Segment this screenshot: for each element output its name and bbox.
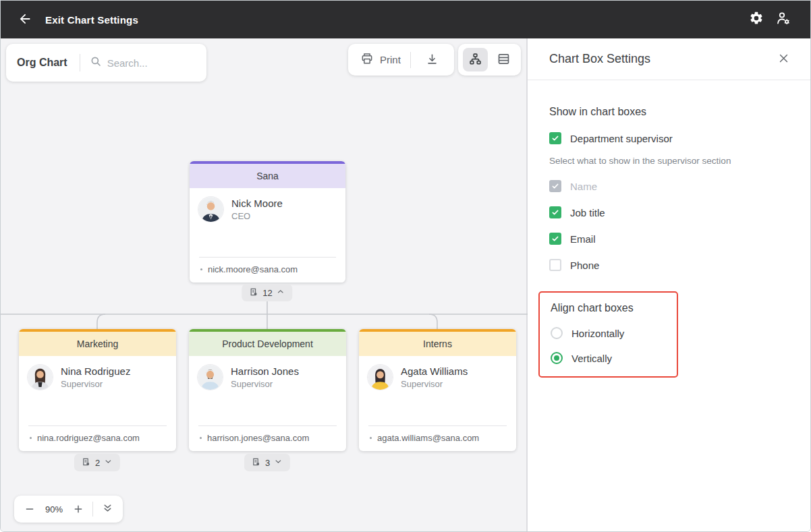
back-arrow-icon — [18, 11, 32, 28]
chevron-up-icon — [277, 287, 285, 298]
avatar — [198, 365, 223, 390]
org-card-product-development[interactable]: Product Development Harrison Jones Super… — [189, 329, 346, 451]
org-card-marketing[interactable]: Marketing Nina Rodriguez Supervisor — [19, 329, 176, 451]
radio-label: Vertically — [571, 353, 612, 364]
zoom-control: 90% — [14, 496, 123, 523]
checkbox-checked-icon — [549, 233, 561, 245]
print-download-group: Print — [348, 44, 454, 76]
checkbox-label: Job title — [570, 207, 605, 218]
download-icon — [426, 53, 439, 67]
back-button[interactable] — [14, 9, 36, 30]
person-name: Nina Rodriguez — [61, 365, 130, 377]
checkbox-name: Name — [549, 180, 794, 192]
checkbox-disabled-checked-icon — [549, 180, 561, 192]
panel-title: Chart Box Settings — [549, 52, 650, 66]
person-role: CEO — [231, 211, 283, 221]
app-window: Exit Chart Settings — [0, 0, 811, 532]
user-settings-button[interactable] — [770, 6, 797, 33]
radio-selected-icon — [551, 352, 563, 364]
avatar — [368, 365, 393, 390]
list-view-button[interactable] — [491, 48, 516, 71]
descendant-count: 2 — [95, 458, 100, 468]
person-role: Supervisor — [61, 379, 130, 389]
download-button[interactable] — [411, 44, 454, 76]
settings-gear-button[interactable] — [743, 6, 770, 33]
person-gear-icon — [775, 10, 791, 29]
list-view-icon — [497, 52, 511, 68]
person-email-row: nina.rodriguez@sana.com — [19, 426, 176, 451]
department-count-icon — [82, 457, 91, 469]
search-input[interactable] — [107, 57, 188, 69]
checkbox-label: Email — [570, 233, 596, 245]
zoom-level: 90% — [41, 504, 67, 514]
print-button[interactable]: Print — [348, 44, 410, 76]
department-count-icon — [252, 457, 261, 469]
radio-label: Horizontally — [571, 328, 624, 339]
checkbox-phone[interactable]: Phone — [549, 259, 794, 271]
close-icon — [778, 53, 789, 66]
chevron-down-icon — [104, 457, 113, 468]
zoom-out-button[interactable] — [18, 498, 41, 521]
zoom-divider — [92, 502, 93, 516]
person-email-row: agata.williams@sana.com — [359, 426, 516, 451]
printer-icon — [360, 52, 374, 67]
department-count-icon — [249, 287, 258, 299]
double-chevron-down-icon — [102, 502, 113, 517]
print-label: Print — [380, 54, 401, 65]
checkbox-label: Name — [570, 181, 597, 192]
align-section-highlight-box: Align chart boxes Horizontally Verticall… — [538, 291, 678, 378]
hierarchy-view-button[interactable] — [463, 48, 488, 71]
person-email-row: harrison.jones@sana.com — [189, 426, 346, 451]
expand-badge-product-development[interactable]: 3 — [244, 454, 290, 471]
chart-toolbar: Org Chart — [6, 44, 206, 82]
radio-horizontally[interactable]: Horizontally — [551, 327, 666, 339]
department-name: Sana — [190, 164, 345, 188]
checkbox-department-supervisor[interactable]: Department supervisor — [549, 132, 794, 144]
radio-unselected-icon — [551, 327, 563, 339]
chart-title: Org Chart — [17, 57, 67, 69]
org-chart-canvas[interactable]: Org Chart Print — [1, 38, 528, 532]
panel-header: Chart Box Settings — [528, 38, 810, 80]
department-name: Product Development — [189, 332, 346, 356]
descendant-count: 12 — [262, 288, 272, 298]
toolbar-divider — [80, 54, 80, 71]
radio-vertically[interactable]: Vertically — [551, 352, 666, 364]
org-card-sana[interactable]: Sana Nick Moore CEO — [190, 161, 345, 283]
top-bar: Exit Chart Settings — [1, 1, 810, 38]
hierarchy-view-icon — [468, 52, 482, 68]
search-box[interactable] — [90, 55, 196, 70]
close-panel-button[interactable] — [773, 49, 794, 70]
collapse-all-button[interactable] — [96, 498, 119, 521]
page-title: Exit Chart Settings — [45, 14, 138, 26]
checkbox-unchecked-icon — [549, 259, 561, 271]
department-name: Interns — [359, 332, 516, 356]
bullet-icon — [200, 268, 202, 270]
supervisor-helper-text: Select what to show in the supervisor se… — [549, 156, 794, 166]
checkbox-label: Department supervisor — [570, 133, 673, 144]
checkbox-checked-icon — [549, 132, 561, 144]
checkbox-checked-icon — [549, 206, 561, 218]
checkbox-job-title[interactable]: Job title — [549, 206, 794, 218]
person-role: Supervisor — [231, 379, 299, 389]
person-email: harrison.jones@sana.com — [207, 433, 309, 443]
view-toggle-group — [458, 44, 521, 76]
zoom-in-button[interactable] — [67, 498, 90, 521]
collapse-badge-sana[interactable]: 12 — [242, 284, 292, 301]
person-name: Nick Moore — [231, 198, 283, 209]
person-email: nick.moore@sana.com — [208, 264, 298, 274]
checkbox-label: Phone — [570, 260, 599, 271]
bullet-icon — [370, 437, 372, 439]
checkbox-email[interactable]: Email — [549, 233, 794, 245]
person-email-row: nick.moore@sana.com — [190, 258, 345, 283]
person-email: agata.williams@sana.com — [377, 433, 479, 443]
chevron-down-icon — [274, 457, 283, 468]
avatar — [198, 197, 223, 222]
expand-badge-marketing[interactable]: 2 — [74, 454, 120, 471]
person-name: Agata Williams — [401, 365, 468, 377]
org-card-interns[interactable]: Interns Agata Williams Supervisor — [359, 329, 516, 451]
show-section-heading: Show in chart boxes — [549, 106, 794, 118]
department-name: Marketing — [19, 332, 176, 356]
person-email: nina.rodriguez@sana.com — [37, 433, 140, 443]
chart-box-settings-panel: Chart Box Settings Show in chart boxes D… — [528, 38, 810, 531]
person-name: Harrison Jones — [231, 365, 299, 377]
